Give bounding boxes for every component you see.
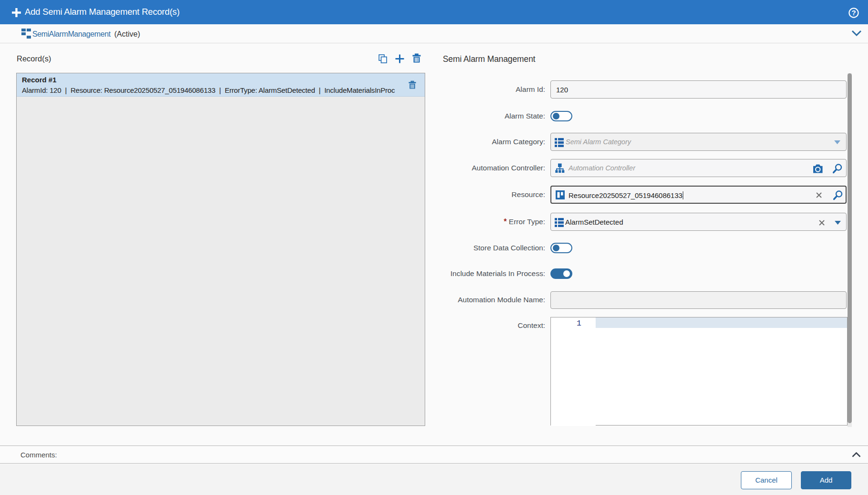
- svg-text:?: ?: [851, 9, 856, 17]
